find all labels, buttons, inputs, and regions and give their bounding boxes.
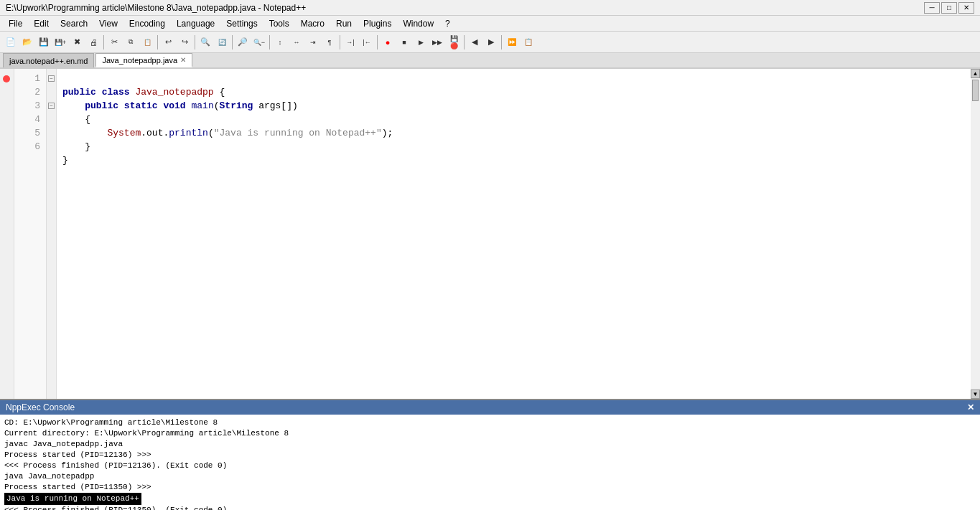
toolbar-sep-3	[195, 35, 195, 49]
menu-item-window[interactable]: Window	[397, 17, 439, 30]
abort-script-button[interactable]: ⏩	[504, 34, 520, 50]
tab-close-icon[interactable]: ✕	[180, 56, 186, 64]
menu-item-search[interactable]: Search	[55, 17, 93, 30]
sync-vert-button[interactable]: ↕	[272, 34, 288, 50]
gutter-line-4	[1, 113, 12, 126]
zoom-in-button[interactable]: 🔎	[235, 34, 251, 50]
menu-item-tools[interactable]: Tools	[263, 17, 295, 30]
line-num-5: 5	[16, 126, 45, 140]
fold-4	[47, 113, 55, 126]
tab-label: java.notepad++.en.md	[9, 57, 88, 65]
saveall-button[interactable]: 💾+	[52, 34, 68, 50]
console-line-8: Process started (PID=11350) >>>	[4, 482, 976, 493]
fold-1[interactable]: −	[47, 72, 55, 85]
fold-3[interactable]: −	[47, 99, 55, 113]
fold-column: − −	[47, 69, 57, 399]
undo-button[interactable]: ↩	[160, 34, 176, 50]
paste-button[interactable]: 📋	[139, 34, 155, 50]
editor-scrollbar[interactable]: ▲ ▼	[971, 69, 980, 399]
find-button[interactable]: 🔍	[197, 34, 213, 50]
tab-label: Java_notepadpp.java	[102, 56, 177, 65]
print-button[interactable]: 🖨	[85, 34, 101, 50]
macro-play-button[interactable]: ▶	[413, 34, 429, 50]
close-button[interactable]: ✕	[958, 2, 974, 14]
macro-stop-button[interactable]: ■	[396, 34, 412, 50]
toolbar-sep-2	[157, 35, 158, 49]
maximize-button[interactable]: □	[941, 2, 957, 14]
console-title: NppExec Console	[6, 402, 75, 412]
gutter-line-6	[1, 140, 12, 154]
line-numbers: 1 2 3 4 5 6	[14, 69, 47, 399]
minimize-button[interactable]: ─	[924, 2, 940, 14]
macro-run-button[interactable]: ▶▶	[429, 34, 445, 50]
next-win-button[interactable]: ▶	[483, 34, 499, 50]
tab-java-notepad-en[interactable]: java.notepad++.en.md	[3, 53, 94, 67]
menu-item-settings[interactable]: Settings	[220, 17, 263, 30]
window-controls: ─ □ ✕	[924, 2, 974, 14]
tab-java-notepadpp-java[interactable]: Java_notepadpp.java ✕	[95, 53, 192, 67]
console-line-3: javac Java_notepadpp.java	[4, 439, 976, 450]
scroll-down-arrow[interactable]: ▼	[971, 389, 980, 399]
indent-button[interactable]: →|	[342, 34, 358, 50]
scroll-thumb[interactable]	[972, 80, 979, 101]
menu-item-plugins[interactable]: Plugins	[358, 17, 397, 30]
zoom-out-button[interactable]: 🔍−	[251, 34, 267, 50]
line-num-4: 4	[16, 113, 45, 126]
console-highlight: Java is running on Notepad++	[4, 493, 141, 505]
toolbar-sep-6	[340, 35, 340, 49]
breakpoint-1	[3, 75, 10, 82]
console-line-2: Current directory: E:\Upwork\Programming…	[4, 428, 976, 439]
console-body: CD: E:\Upwork\Programming article\Milest…	[0, 415, 980, 510]
prev-win-button[interactable]: ◀	[467, 34, 482, 50]
console-line-1: CD: E:\Upwork\Programming article\Milest…	[4, 417, 976, 428]
menu-item-run[interactable]: Run	[330, 17, 358, 30]
console-line-9: Java is running on Notepad++	[4, 493, 976, 505]
gutter-line-3	[1, 99, 12, 113]
menu-item-edit[interactable]: Edit	[28, 17, 55, 30]
new-button[interactable]: 📄	[3, 34, 19, 50]
console-line-6: java Java_notepadpp	[4, 471, 976, 482]
toolbar-sep-5	[269, 35, 270, 49]
menu-item-file[interactable]: File	[3, 17, 28, 30]
toolbar-sep-1	[103, 35, 104, 49]
open-button[interactable]: 📂	[19, 34, 35, 50]
title-text: E:\Upwork\Programming article\Milestone …	[6, 3, 306, 13]
word-wrap-button[interactable]: ⇥	[305, 34, 321, 50]
gutter-line-5	[1, 126, 12, 140]
menu-item-macro[interactable]: Macro	[295, 17, 330, 30]
console-line-10: <<< Process finished (PID=11350). (Exit …	[4, 505, 976, 510]
fold-6	[47, 140, 55, 154]
gutter-line-1	[1, 72, 12, 85]
line-num-3: 3	[16, 99, 45, 113]
sync-horiz-button[interactable]: ↔	[289, 34, 304, 50]
menu-item-encoding[interactable]: Encoding	[123, 17, 171, 30]
title-bar: E:\Upwork\Programming article\Milestone …	[0, 0, 980, 16]
macro-record-button[interactable]: ●	[380, 34, 396, 50]
tab-bar: java.notepad++.en.md Java_notepadpp.java…	[0, 53, 980, 69]
console-header: NppExec Console ✕	[0, 400, 980, 415]
menu-item-[interactable]: ?	[439, 17, 456, 30]
toolbar-sep-9	[501, 35, 502, 49]
copy-button[interactable]: ⧉	[123, 34, 139, 50]
all-chars-button[interactable]: ¶	[322, 34, 337, 50]
console-line-5: <<< Process finished (PID=12136). (Exit …	[4, 461, 976, 471]
macro-save-button[interactable]: 💾🔴	[446, 34, 462, 50]
scroll-up-arrow[interactable]: ▲	[971, 69, 980, 78]
save-button[interactable]: 💾	[36, 34, 52, 50]
fold-icon-3: −	[48, 103, 55, 109]
scroll-track	[971, 78, 980, 389]
fold-2	[47, 85, 55, 99]
close-doc-button[interactable]: ✖	[69, 34, 85, 50]
findreplace-button[interactable]: 🔄	[214, 34, 230, 50]
editor-gutter	[0, 69, 14, 399]
outdent-button[interactable]: |←	[359, 34, 375, 50]
menu-item-language[interactable]: Language	[171, 17, 220, 30]
console-close-button[interactable]: ✕	[967, 402, 974, 412]
redo-button[interactable]: ↪	[177, 34, 192, 50]
code-area[interactable]: public class Java_notepadpp { public sta…	[57, 69, 971, 399]
menu-item-view[interactable]: View	[93, 17, 123, 30]
toolbar-sep-7	[377, 35, 378, 49]
cut-button[interactable]: ✂	[106, 34, 122, 50]
line-num-6: 6	[16, 140, 45, 154]
clipboardhist-button[interactable]: 📋	[521, 34, 536, 50]
